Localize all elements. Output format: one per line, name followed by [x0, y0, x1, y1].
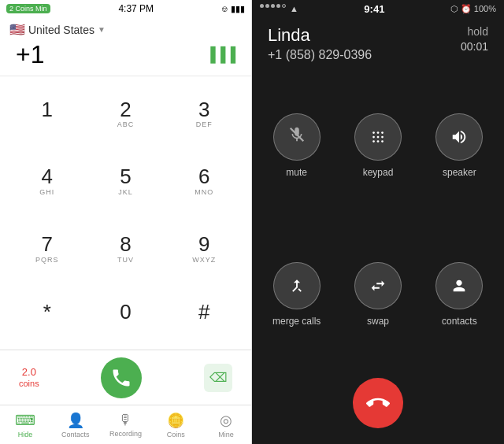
mute-icon	[288, 126, 306, 148]
contacts-icon: 👤	[67, 412, 84, 429]
speaker-button[interactable]: speaker	[423, 75, 496, 216]
svg-point-4	[372, 135, 375, 138]
svg-point-5	[377, 135, 380, 138]
call-status: hold	[461, 25, 488, 38]
call-button[interactable]	[101, 357, 142, 398]
alarm-icon: ⏰	[461, 4, 472, 14]
svg-point-3	[381, 131, 384, 134]
dial-key-6[interactable]: 6 MNO	[165, 147, 243, 215]
right-status-icons: ⬡ ⏰ 100%	[450, 4, 496, 14]
swap-icon	[369, 277, 387, 294]
coins-display: 2.0 coins	[19, 366, 39, 389]
screen-lock-icon: ⬡	[450, 4, 458, 14]
dial-number: +1	[16, 40, 44, 69]
right-signal: ▲	[260, 4, 298, 13]
dial-key-star[interactable]: *	[8, 282, 87, 350]
coins-badge: 2 Coins Min	[6, 3, 50, 14]
country-name: United States	[28, 24, 94, 36]
dial-key-0[interactable]: 0	[87, 282, 165, 350]
dial-key-3[interactable]: 3 DEF	[165, 80, 243, 147]
end-call-area	[252, 365, 504, 444]
merge-calls-label: merge calls	[272, 316, 321, 327]
country-flag: 🇺🇸	[9, 22, 25, 37]
signal-bars-icon: ▐▐▐	[206, 46, 235, 63]
dial-key-9[interactable]: 9 WXYZ	[165, 215, 243, 283]
signal-dot-4	[276, 4, 280, 8]
mine-icon: ◎	[220, 412, 232, 429]
swap-label: swap	[367, 316, 389, 327]
svg-point-8	[377, 140, 380, 142]
right-status-bar: ▲ 9:41 ⬡ ⏰ 100%	[252, 0, 504, 17]
dialpad-icon: ⌨	[15, 412, 35, 429]
left-status-bar: 2 Coins Min 4:37 PM ⎊ ▮▮▮	[0, 0, 251, 17]
contacts-icon	[450, 277, 468, 294]
dial-key-hash[interactable]: #	[165, 282, 243, 350]
left-time: 4:37 PM	[118, 3, 154, 14]
contacts-button[interactable]: contacts	[423, 224, 496, 366]
keypad-icon	[369, 128, 387, 146]
speaker-icon	[450, 128, 468, 146]
signal-dot-1	[260, 4, 264, 8]
recording-icon: 🎙	[118, 412, 132, 428]
caller-name: Linda	[268, 25, 372, 46]
dial-key-7[interactable]: 7 PQRS	[8, 215, 87, 283]
bottom-nav: ⌨ Hide 👤 Contacts 🎙 Recording 🪙 Coins ◎ …	[0, 405, 251, 444]
speaker-label: speaker	[443, 167, 476, 178]
call-timer: 00:01	[461, 40, 488, 53]
svg-point-9	[381, 140, 384, 142]
keypad-button[interactable]: keypad	[341, 75, 414, 216]
signal-dot-3	[271, 4, 275, 8]
phone-icon	[110, 367, 132, 389]
backspace-icon: ⌫	[209, 370, 228, 385]
nav-coins[interactable]: 🪙 Coins	[150, 412, 201, 438]
right-time: 9:41	[364, 3, 384, 15]
svg-point-1	[372, 131, 375, 134]
merge-icon	[288, 277, 306, 294]
left-panel: 2 Coins Min 4:37 PM ⎊ ▮▮▮ 🇺🇸 United Stat…	[0, 0, 252, 444]
dial-key-4[interactable]: 4 GHI	[8, 147, 87, 215]
svg-point-7	[372, 140, 375, 142]
chevron-down-icon: ▼	[98, 25, 106, 34]
dial-number-row: +1 ▐▐▐	[0, 40, 251, 72]
call-number: +1 (858) 829-0396	[268, 48, 372, 62]
nav-hide[interactable]: ⌨ Hide	[0, 412, 50, 438]
mute-button[interactable]: mute	[260, 75, 333, 216]
caller-info-left: Linda +1 (858) 829-0396	[268, 25, 372, 62]
coins-nav-icon: 🪙	[167, 412, 184, 429]
dial-key-2[interactable]: 2 ABC	[87, 80, 165, 147]
battery-icon: ▮▮▮	[231, 4, 245, 14]
end-call-icon	[366, 391, 390, 415]
nav-contacts[interactable]: 👤 Contacts	[50, 412, 101, 438]
caller-info-right: hold 00:01	[461, 25, 488, 53]
svg-point-2	[377, 131, 380, 134]
contacts-label: contacts	[442, 316, 477, 327]
merge-calls-button[interactable]: merge calls	[260, 224, 333, 366]
nav-mine[interactable]: ◎ Mine	[201, 412, 251, 438]
right-panel: ▲ 9:41 ⬡ ⏰ 100% Linda +1 (858) 829-0396 …	[252, 0, 504, 444]
left-status-right: ⎊ ▮▮▮	[222, 4, 245, 14]
dial-key-5[interactable]: 5 JKL	[87, 147, 165, 215]
right-battery: 100%	[474, 4, 496, 13]
signal-dot-5	[282, 4, 286, 8]
dialpad: 1 2 ABC 3 DEF 4 GHI 5 JKL 6 MNO 7 PQRS	[0, 80, 251, 350]
left-header: 🇺🇸 United States ▼	[0, 17, 251, 40]
divider	[0, 76, 251, 76]
left-status-left: 2 Coins Min	[6, 3, 50, 14]
country-selector[interactable]: 🇺🇸 United States ▼	[9, 22, 106, 37]
svg-point-6	[381, 135, 384, 138]
keypad-label: keypad	[363, 167, 394, 178]
coins-amount: 2.0	[19, 366, 39, 378]
bluetooth-icon: ⎊	[222, 4, 228, 13]
signal-dot-2	[265, 4, 269, 8]
call-info: Linda +1 (858) 829-0396 hold 00:01	[252, 17, 504, 67]
dial-key-1[interactable]: 1	[8, 80, 87, 147]
coins-label: coins	[19, 379, 39, 388]
backspace-button[interactable]: ⌫	[204, 364, 232, 392]
swap-button[interactable]: swap	[341, 224, 414, 366]
dial-key-8[interactable]: 8 TUV	[87, 215, 165, 283]
end-call-button[interactable]	[353, 378, 403, 428]
call-controls: mute keypad speaker	[252, 67, 504, 365]
wifi-icon: ▲	[290, 4, 298, 13]
nav-recording[interactable]: 🎙 Recording	[101, 412, 151, 438]
bottom-action-bar: 2.0 coins ⌫	[0, 350, 251, 405]
